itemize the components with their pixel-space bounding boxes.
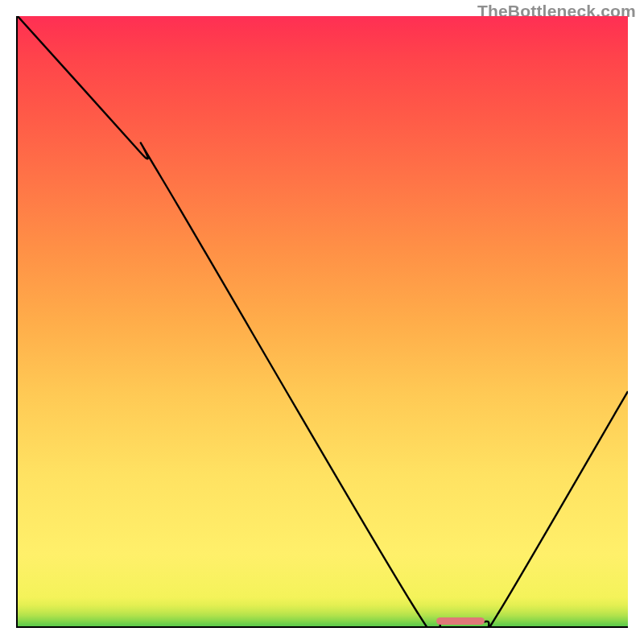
chart-container: TheBottleneck.com (0, 0, 644, 644)
plot-svg (16, 16, 628, 628)
gradient-background (16, 16, 628, 628)
y-axis (16, 16, 18, 628)
x-axis (16, 626, 628, 628)
minimum-marker (436, 617, 485, 625)
plot-area (16, 16, 628, 628)
